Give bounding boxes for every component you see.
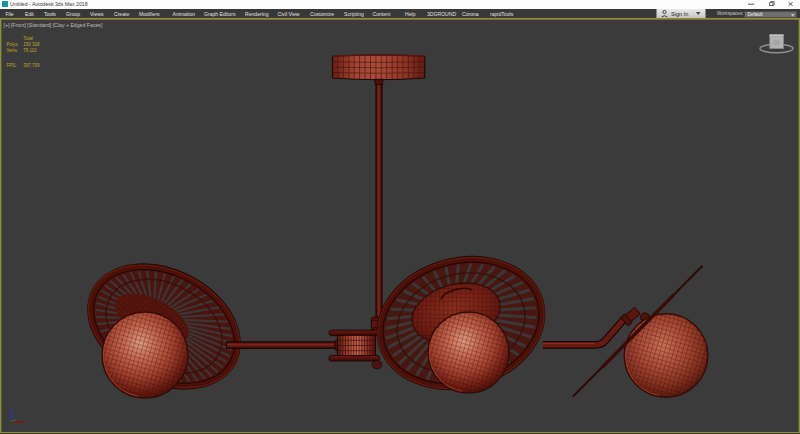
svg-text:Verts:: Verts: (6, 48, 18, 53)
svg-text:Polys:: Polys: (6, 42, 18, 47)
svg-text:150 328: 150 328 (23, 42, 40, 47)
svg-text:FPS:: FPS: (6, 63, 16, 68)
svg-text:397,709: 397,709 (23, 63, 40, 68)
svg-text:79 110: 79 110 (23, 48, 37, 53)
svg-text:[+] [Front] [Standard] [Clay +: [+] [Front] [Standard] [Clay + Edged Fac… (4, 22, 103, 28)
svg-text:Total: Total (23, 36, 33, 41)
